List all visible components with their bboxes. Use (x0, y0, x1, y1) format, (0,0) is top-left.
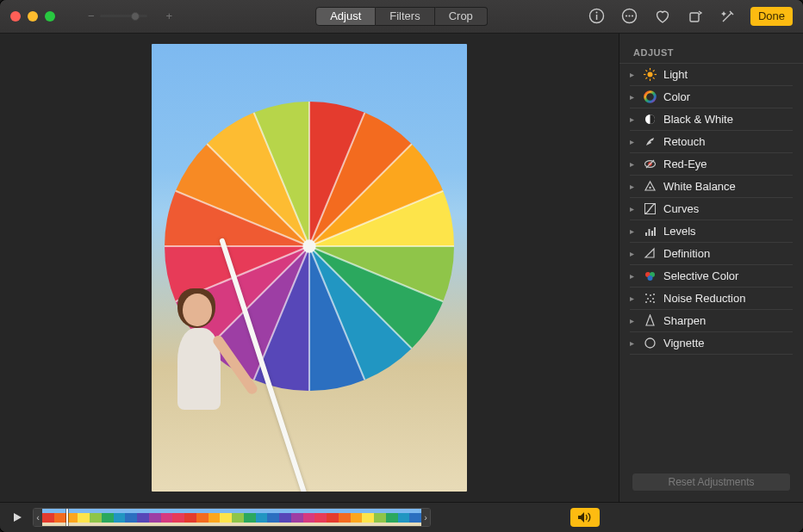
adjustments-list: ▸Light▸Color▸Black & White▸Retouch▸Red-E… (619, 64, 803, 464)
adjustment-label: Sharpen (663, 314, 706, 327)
zoom-slider[interactable]: − + (88, 9, 172, 22)
trim-end-handle[interactable]: › (421, 509, 430, 526)
timeline-frames[interactable] (42, 509, 421, 526)
adjustment-redeye[interactable]: ▸Red-Eye (630, 153, 793, 176)
adjustment-vignette[interactable]: ▸Vignette (630, 332, 793, 355)
timeline-frame[interactable] (267, 509, 279, 526)
timeline-frame[interactable] (220, 509, 232, 526)
timeline-frame[interactable] (161, 509, 173, 526)
fullscreen-window-button[interactable] (45, 11, 55, 22)
tab-crop[interactable]: Crop (435, 7, 488, 26)
app-window: − + Adjust Filters Crop (0, 0, 803, 532)
timeline-frame[interactable] (42, 509, 54, 526)
svg-line-30 (645, 70, 647, 71)
timeline-frame[interactable] (314, 509, 327, 526)
timeline-frame[interactable] (54, 509, 66, 526)
edit-mode-tabs: Adjust Filters Crop (315, 7, 488, 26)
audio-button[interactable] (570, 508, 600, 527)
timeline-frame[interactable] (137, 509, 149, 526)
adjustment-levels[interactable]: ▸Levels (630, 220, 793, 243)
adjustment-label: Light (663, 68, 688, 81)
bw-icon (644, 113, 657, 126)
timeline-frame[interactable] (149, 509, 161, 526)
timeline-frame[interactable] (196, 509, 209, 526)
chevron-right-icon: ▸ (630, 137, 637, 146)
adjustment-definition[interactable]: ▸Definition (630, 243, 793, 265)
playhead[interactable] (66, 508, 68, 527)
chevron-right-icon: ▸ (630, 294, 637, 303)
adjustment-label: Levels (663, 225, 696, 238)
reset-adjustments-button[interactable]: Reset Adjustments (632, 473, 791, 492)
timeline-frame[interactable] (125, 509, 137, 526)
adjustment-selective[interactable]: ▸Selective Color (630, 265, 793, 288)
timeline-frame[interactable] (339, 509, 351, 526)
svg-rect-1 (596, 15, 598, 20)
chevron-right-icon: ▸ (630, 249, 637, 258)
timeline-frame[interactable] (102, 509, 114, 526)
timeline-frame[interactable] (386, 509, 398, 526)
auto-enhance-button[interactable] (718, 6, 738, 27)
svg-point-34 (645, 92, 656, 102)
timeline-frame[interactable] (291, 509, 303, 526)
adjustment-noise[interactable]: ▸Noise Reduction (630, 288, 793, 310)
timeline-frame[interactable] (172, 509, 184, 526)
adjustment-label: Vignette (663, 337, 704, 350)
trim-start-handle[interactable]: ‹ (34, 509, 42, 526)
adjustment-retouch[interactable]: ▸Retouch (630, 131, 793, 153)
timeline-frame[interactable] (114, 509, 126, 526)
svg-point-55 (653, 301, 655, 303)
timeline-frame[interactable] (184, 509, 196, 526)
adjustment-curves[interactable]: ▸Curves (630, 198, 793, 220)
titlebar: − + Adjust Filters Crop (0, 0, 803, 34)
svg-point-51 (647, 298, 649, 300)
timeline-frame[interactable] (374, 509, 386, 526)
close-window-button[interactable] (10, 11, 21, 22)
timeline-frame[interactable] (398, 509, 410, 526)
tab-filters[interactable]: Filters (376, 7, 434, 26)
timeline-frame[interactable] (244, 509, 256, 526)
timeline-frame[interactable] (303, 509, 315, 526)
timeline-frame[interactable] (256, 509, 268, 526)
svg-line-33 (645, 77, 647, 79)
zoom-track[interactable] (100, 15, 147, 17)
adjustment-color[interactable]: ▸Color (630, 86, 793, 108)
svg-point-56 (645, 338, 655, 348)
timeline-frame[interactable] (327, 509, 339, 526)
adjustment-light[interactable]: ▸Light (630, 64, 793, 86)
redeye-icon (644, 158, 657, 170)
timeline-frame[interactable] (351, 509, 363, 526)
svg-point-5 (629, 15, 631, 17)
play-button[interactable] (12, 512, 26, 523)
timeline-frame[interactable] (409, 509, 421, 526)
timeline-frame[interactable] (209, 509, 221, 526)
svg-point-6 (632, 15, 633, 17)
more-button[interactable] (619, 6, 640, 27)
adjustment-bw[interactable]: ▸Black & White (630, 108, 793, 131)
timeline-frame[interactable] (90, 509, 102, 526)
favorite-button[interactable] (652, 6, 673, 27)
adjustment-label: White Balance (663, 180, 736, 193)
adjustment-wb[interactable]: ▸White Balance (630, 176, 793, 198)
photo-preview[interactable] (152, 44, 467, 492)
timeline-frame[interactable] (362, 509, 374, 526)
chevron-right-icon: ▸ (630, 114, 637, 124)
adjustment-label: Color (663, 90, 690, 103)
zoom-knob[interactable] (131, 12, 140, 21)
done-button[interactable]: Done (750, 7, 793, 26)
person-graphic (167, 294, 227, 457)
sharpen-icon (644, 314, 657, 327)
chevron-right-icon: ▸ (630, 159, 637, 169)
info-button[interactable] (587, 6, 607, 27)
video-timeline[interactable]: ‹ › (33, 508, 431, 527)
adjustment-label: Red-Eye (663, 158, 707, 170)
minimize-window-button[interactable] (28, 11, 38, 22)
rotate-button[interactable] (685, 6, 706, 27)
chevron-right-icon: ▸ (630, 271, 637, 281)
tab-adjust[interactable]: Adjust (315, 7, 376, 26)
timeline-frame[interactable] (78, 509, 90, 526)
levels-icon (644, 225, 657, 238)
timeline-frame[interactable] (279, 509, 291, 526)
timeline-frame[interactable] (232, 509, 244, 526)
toolbar-right: Done (587, 6, 793, 27)
adjustment-sharpen[interactable]: ▸Sharpen (630, 310, 793, 332)
